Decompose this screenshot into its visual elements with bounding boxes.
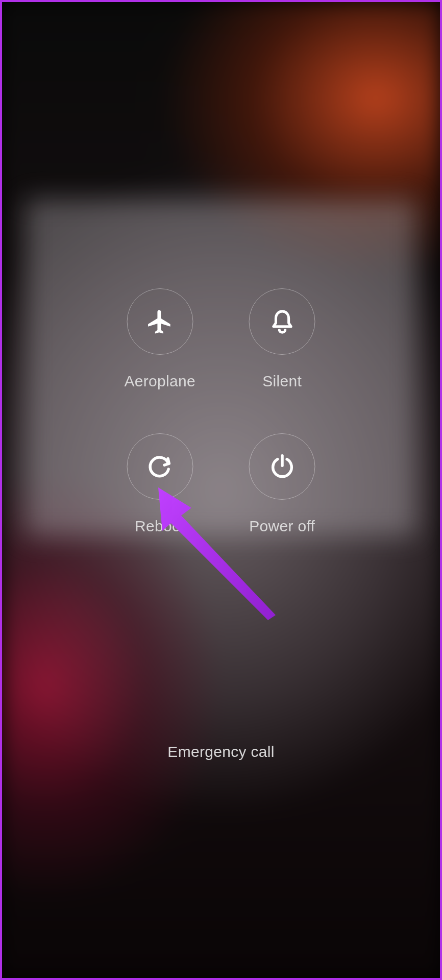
aeroplane-button[interactable]: Aeroplane <box>125 288 195 390</box>
poweroff-button[interactable]: Power off <box>247 433 317 535</box>
power-icon <box>268 453 296 481</box>
poweroff-label: Power off <box>249 518 315 535</box>
reboot-button[interactable]: Reboot <box>125 433 195 535</box>
poweroff-icon-circle <box>249 433 315 500</box>
reboot-icon-circle <box>127 433 193 500</box>
reboot-label: Reboot <box>135 518 185 535</box>
silent-icon-circle <box>249 288 315 355</box>
airplane-icon <box>146 308 174 336</box>
emergency-call-link[interactable]: Emergency call <box>167 743 274 761</box>
aeroplane-icon-circle <box>127 288 193 355</box>
power-menu-grid: Aeroplane Silent Reboot Power off <box>125 288 318 535</box>
bell-icon <box>268 308 296 336</box>
silent-label: Silent <box>262 373 302 390</box>
restart-icon <box>146 453 174 481</box>
aeroplane-label: Aeroplane <box>125 373 195 390</box>
silent-button[interactable]: Silent <box>247 288 317 390</box>
